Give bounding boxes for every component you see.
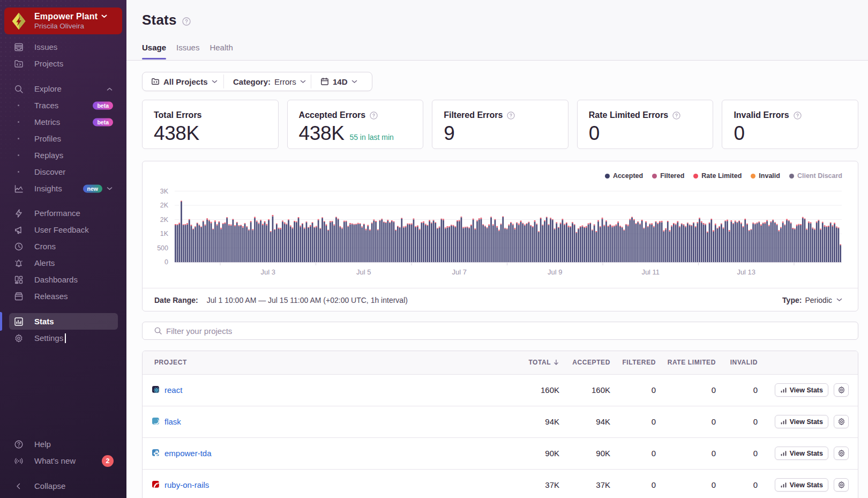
svg-text:2K: 2K (160, 202, 169, 209)
svg-text:Jul 9: Jul 9 (548, 268, 562, 276)
svg-text:0: 0 (164, 258, 168, 266)
svg-text:Jul 13: Jul 13 (737, 268, 755, 276)
svg-text:1K: 1K (160, 230, 169, 237)
svg-text:3K: 3K (160, 188, 169, 195)
svg-text:500: 500 (157, 244, 168, 252)
svg-text:Jul 11: Jul 11 (641, 268, 660, 276)
svg-text:Jul 7: Jul 7 (452, 268, 467, 276)
svg-text:Jul 3: Jul 3 (261, 268, 275, 276)
svg-text:Jul 5: Jul 5 (356, 268, 371, 276)
svg-text:2K: 2K (160, 216, 169, 224)
